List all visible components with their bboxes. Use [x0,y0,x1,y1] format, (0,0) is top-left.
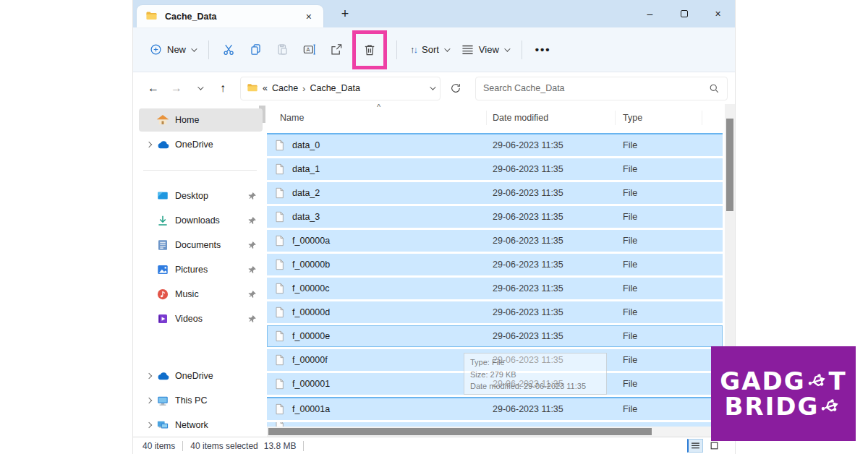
table-row[interactable]: f_00001a 29-06-2023 11:35 File [267,397,723,420]
file-type: File [616,212,702,222]
sidebar-item-home[interactable]: Home [139,108,263,132]
breadcrumb-cache[interactable]: Cache [272,83,298,93]
table-row[interactable]: data_3 29-06-2023 11:35 File [267,206,723,228]
sidebar-item-desktop[interactable]: Desktop [139,184,263,207]
tab-cache-data[interactable]: Cache_Data × [137,5,323,27]
this-pc-icon [155,394,171,407]
sidebar-item-onedrive-tree[interactable]: OneDrive [139,364,263,387]
maximize-icon [681,10,688,17]
breadcrumb-cache-data[interactable]: Cache_Data [310,83,360,93]
file-name: f_00000b [292,260,330,270]
sidebar-item-label: Home [175,115,258,125]
file-name: f_00000c [292,283,329,294]
file-name: f_00000d [292,307,330,317]
new-button-label: New [167,44,186,55]
minimize-button[interactable]: – [633,0,667,27]
details-view-icon [691,442,700,450]
file-date: 29-06-2023 11:35 [487,283,616,294]
horizontal-scrollbar-thumb[interactable] [268,428,652,435]
content-area: Home OneDrive Desktop [133,104,735,437]
column-header-date-modified[interactable]: Date modified [487,111,616,125]
sidebar-item-downloads[interactable]: Downloads [139,209,263,232]
table-row[interactable]: f_00000c 29-06-2023 11:35 File [267,278,723,299]
usb-icon [804,367,831,395]
rename-icon: A [302,43,316,56]
share-button[interactable] [323,36,349,64]
close-button[interactable]: × [701,0,735,27]
status-bar: 40 items 40 items selected 13.8 MB [133,437,735,454]
column-header-type[interactable]: Type [616,111,702,125]
pin-icon [247,290,257,299]
sort-button[interactable]: ↑↓ Sort [404,36,455,64]
copy-button[interactable] [242,36,269,64]
sidebar-item-onedrive[interactable]: OneDrive [139,133,263,156]
table-row[interactable]: f_00000e 29-06-2023 11:35 File [267,325,723,347]
chevron-right-icon[interactable] [146,142,152,147]
tab-close-icon[interactable]: × [303,11,315,22]
paste-icon [276,43,289,56]
table-row[interactable]: f_00000b 29-06-2023 11:35 File [267,254,723,275]
breadcrumb-prefix: « [263,83,268,93]
documents-icon [155,239,171,252]
file-type: File [616,307,702,317]
navigation-pane: Home OneDrive Desktop [133,104,267,437]
chevron-right-icon[interactable] [146,422,152,428]
vertical-scrollbar-thumb[interactable] [726,119,733,211]
sidebar-item-pictures[interactable]: Pictures [139,258,263,281]
file-type: File [616,236,702,246]
maximize-button[interactable] [667,0,701,27]
file-name: data_0 [292,140,320,150]
back-button[interactable]: ← [142,77,165,100]
table-row[interactable]: data_0 29-06-2023 11:35 File [267,133,723,156]
sidebar-item-music[interactable]: Music [139,283,263,306]
table-row[interactable]: data_2 29-06-2023 11:35 File [267,182,723,204]
chevron-right-icon[interactable] [146,373,152,379]
cut-button[interactable] [216,36,242,64]
folder-icon [247,82,258,94]
forward-button[interactable]: → [165,77,188,100]
refresh-button[interactable] [443,77,468,100]
paste-button[interactable] [269,36,296,64]
new-button[interactable]: New [143,36,202,64]
breadcrumb[interactable]: « Cache › Cache_Data [240,77,441,100]
svg-text:A: A [307,46,310,53]
view-button[interactable]: View [455,36,515,64]
chevron-right-icon[interactable] [146,398,152,403]
file-date: 29-06-2023 11:35 [487,236,616,246]
history-dropdown-button[interactable] [188,77,211,100]
delete-button[interactable] [359,36,380,64]
search-input[interactable] [483,83,709,93]
rename-button[interactable]: A [296,36,323,64]
more-options-button[interactable]: ••• [529,36,558,64]
sort-arrows-icon: ↑↓ [410,44,417,55]
view-button-label: View [479,44,499,55]
sidebar-item-this-pc[interactable]: This PC [139,389,263,412]
table-row[interactable]: data_1 29-06-2023 11:35 File [267,158,723,180]
table-row[interactable]: f_00000d 29-06-2023 11:35 File [267,301,723,323]
table-row[interactable]: f_00000a 29-06-2023 11:35 File [267,230,723,252]
onedrive-cloud-icon [155,138,171,152]
details-view-button[interactable] [687,439,703,453]
search-box[interactable] [475,77,728,100]
folder-icon [145,10,158,22]
sidebar-item-documents[interactable]: Documents [139,234,263,257]
pin-icon [247,241,257,250]
file-explorer-window: Cache_Data × + – × New [132,0,736,454]
file-type: File [616,331,702,341]
file-type: File [616,379,702,389]
sidebar-item-network[interactable]: Network [139,414,263,437]
new-tab-button[interactable]: + [336,4,354,23]
breadcrumb-dropdown-icon[interactable] [430,84,435,90]
file-type: File [616,283,702,294]
sidebar-item-videos[interactable]: Videos [139,307,263,330]
command-toolbar: New [133,27,735,72]
file-name: data_3 [292,212,320,222]
toolbar-divider [522,40,522,59]
file-icon [273,403,285,416]
pin-icon [247,265,257,275]
tab-title: Cache_Data [165,12,303,22]
tooltip-date: Date modified: 29-06-2023 11:35 [470,380,600,393]
column-header-name[interactable]: Name [267,111,487,125]
horizontal-scrollbar[interactable] [267,427,725,437]
up-button[interactable]: ↑ [211,77,234,100]
